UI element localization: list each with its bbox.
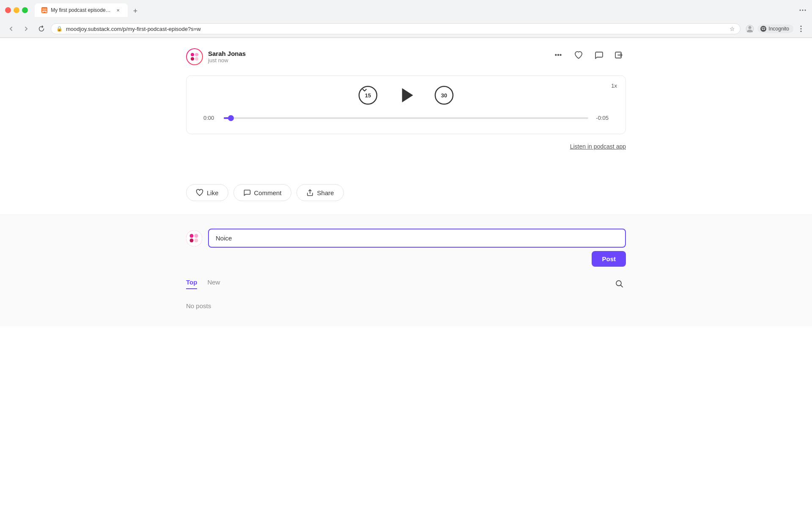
audio-player: 1x 15 (186, 75, 626, 134)
svg-point-4 (802, 10, 804, 11)
heart-icon (574, 50, 583, 60)
svg-point-13 (801, 31, 802, 32)
rewind-button[interactable]: 15 (358, 85, 378, 105)
audio-player-container: 1x 15 (0, 75, 812, 134)
ssl-lock-icon: 🔒 (56, 26, 63, 32)
comment-button[interactable]: Comment (233, 184, 291, 201)
like-button[interactable]: Like (186, 184, 228, 201)
share-button-icon (306, 189, 314, 196)
comment-post-button[interactable] (592, 48, 606, 62)
svg-marker-22 (402, 88, 413, 102)
post-time: just now (208, 57, 246, 64)
post-comment-button[interactable]: Post (592, 251, 626, 267)
like-button-icon (196, 189, 203, 196)
comment-input-row: Post (186, 229, 626, 267)
maximize-window-button[interactable] (22, 7, 28, 13)
minimize-window-button[interactable] (14, 7, 19, 13)
time-current: 0:00 (203, 115, 219, 121)
share-button-label: Share (317, 189, 334, 196)
author-name: Sarah Jonas (208, 50, 246, 57)
tab-top[interactable]: Top (186, 279, 197, 289)
time-remaining: -0:05 (593, 115, 609, 121)
browser-titlebar: My first podcast episode - by s ✕ + (0, 0, 812, 20)
svg-rect-1 (42, 8, 47, 9)
chrome-menu-button[interactable] (795, 23, 807, 35)
search-comments-button[interactable] (612, 277, 626, 290)
svg-point-16 (195, 53, 198, 56)
incognito-badge: Incognito (757, 25, 793, 33)
svg-text:30: 30 (441, 92, 447, 99)
substack-favicon-icon (41, 7, 47, 14)
comment-button-label: Comment (254, 189, 282, 196)
tab-close-button[interactable]: ✕ (115, 7, 121, 14)
tab-new[interactable]: New (207, 279, 220, 289)
svg-point-29 (195, 239, 198, 243)
spacer (0, 154, 812, 174)
back-button[interactable] (5, 23, 17, 35)
progress-thumb[interactable] (228, 115, 234, 121)
svg-point-17 (191, 57, 194, 61)
more-options-icon: ••• (555, 51, 562, 59)
svg-point-7 (749, 26, 752, 29)
svg-point-27 (195, 234, 198, 238)
address-bar[interactable]: 🔒 moodjoy.substack.com/p/my-first-podcas… (51, 23, 741, 34)
more-options-button[interactable]: ••• (551, 48, 565, 62)
commenter-avatar (186, 230, 202, 246)
share-button[interactable]: Share (296, 184, 344, 201)
post-action-buttons: Like Comment Share (0, 174, 812, 215)
refresh-button[interactable] (36, 23, 47, 35)
comment-icon (594, 50, 604, 60)
new-tab-button[interactable]: + (129, 5, 141, 17)
search-icon (615, 279, 623, 288)
listen-in-podcast-app-link[interactable]: Listen in podcast app (570, 143, 626, 150)
play-icon (395, 83, 417, 107)
browser-toolbar-actions: Incognito (744, 23, 807, 35)
page-content: Sarah Jonas just now ••• (0, 38, 812, 326)
like-button-label: Like (207, 189, 219, 196)
share-post-button[interactable] (612, 48, 626, 62)
url-text: moodjoy.substack.com/p/my-first-podcast-… (66, 26, 726, 32)
incognito-label: Incognito (768, 26, 789, 32)
profile-icon[interactable] (744, 23, 756, 35)
svg-rect-14 (187, 49, 202, 64)
comment-text-input[interactable] (208, 229, 626, 248)
play-button[interactable] (395, 84, 417, 106)
comment-tabs: Top New (186, 277, 626, 290)
progress-track[interactable] (224, 117, 588, 119)
post-actions: ••• (551, 48, 626, 62)
no-posts-message: No posts (186, 299, 626, 313)
chrome-menu-icon[interactable] (798, 6, 807, 14)
svg-point-11 (801, 26, 802, 27)
author-avatar-image (187, 49, 202, 64)
svg-text:15: 15 (365, 92, 371, 99)
bookmark-icon[interactable]: ☆ (730, 25, 735, 32)
forward-icon: 30 (434, 85, 454, 105)
author-text: Sarah Jonas just now (208, 50, 246, 64)
playback-speed[interactable]: 1x (611, 83, 617, 89)
svg-point-3 (800, 10, 801, 11)
comment-input-area: Post (208, 229, 626, 267)
svg-point-9 (762, 29, 763, 30)
forward-button[interactable]: 30 (434, 85, 454, 105)
svg-point-8 (760, 26, 766, 32)
svg-point-18 (195, 57, 198, 61)
active-browser-tab[interactable]: My first podcast episode - by s ✕ (35, 3, 128, 17)
post-header: Sarah Jonas just now ••• (0, 38, 812, 75)
close-window-button[interactable] (5, 7, 11, 13)
commenter-avatar-image (186, 230, 202, 246)
comment-submit-row: Post (208, 251, 626, 267)
svg-rect-25 (186, 230, 202, 246)
player-controls: 15 30 (203, 84, 609, 106)
progress-bar-container: 0:00 -0:05 (203, 115, 609, 121)
svg-point-12 (801, 28, 802, 30)
incognito-icon (760, 25, 767, 32)
avatar (186, 48, 203, 65)
comment-button-icon (243, 189, 251, 196)
listen-link-container: Listen in podcast app (0, 139, 812, 154)
svg-point-5 (805, 10, 806, 11)
forward-button[interactable] (20, 23, 32, 35)
browser-chrome: My first podcast episode - by s ✕ + 🔒 mo… (0, 0, 812, 38)
svg-rect-2 (42, 10, 47, 10)
share-icon (614, 50, 624, 60)
like-post-button[interactable] (572, 48, 585, 62)
